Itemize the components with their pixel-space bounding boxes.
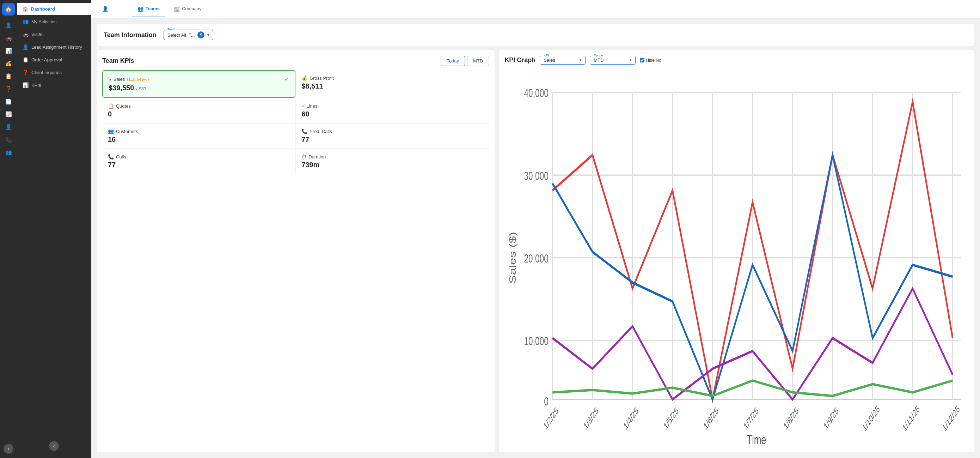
sidebar-item-kpis[interactable]: 📊 KPIs [17, 79, 91, 91]
kpi-cell-quotes: 📋 Quotes 0 [102, 98, 296, 123]
kpi-select-label: KPI [543, 54, 550, 57]
nav-icon-leads[interactable]: 👤 [3, 20, 14, 31]
team-select-text: Select All, T... [167, 32, 195, 38]
expand-sidebar-btn[interactable]: › [3, 444, 13, 454]
sidebar-item-lead-assignment[interactable]: 👤 Lead Assignment History [17, 41, 91, 53]
kpi-card-header: Team KPIs Today MTD [102, 56, 489, 66]
sales-sub: / $33 [136, 86, 146, 91]
sales-value: $39,550 [108, 84, 134, 92]
collapse-btn-wrapper: ‹ [17, 437, 91, 455]
kpi-graph-card: KPI Graph KPI Sales ▾ Range MTD ▾ [499, 50, 974, 452]
gross-profit-icon: 💰 [301, 75, 307, 81]
tab-company[interactable]: 🏢 Company [168, 1, 207, 17]
nav-icon-stats[interactable]: 📊 [3, 45, 14, 56]
kpi-cell-customers: 👥 Customers 16 [102, 123, 296, 148]
kpi-card: Team KPIs Today MTD $ Sales [97, 50, 495, 452]
mtd-button[interactable]: MTD [467, 56, 489, 66]
nav-icon-inquiries[interactable]: ❓ [3, 83, 14, 94]
range-chevron-down-icon: ▾ [630, 58, 632, 62]
person-tab-icon: 👤 [102, 6, 108, 12]
today-button[interactable]: Today [441, 56, 465, 66]
customers-label: Customers [116, 129, 138, 134]
nav-icon-user[interactable]: 👤 [3, 121, 14, 132]
sidebar-item-label: My Activities [31, 19, 57, 24]
prod-calls-icon: 📞 [301, 128, 307, 134]
svg-text:30,000: 30,000 [524, 169, 549, 182]
svg-text:1/7/25: 1/7/25 [742, 405, 760, 431]
tab-person[interactable]: 👤 ············ [97, 1, 129, 17]
nav-icon-money[interactable]: 💰 [3, 58, 14, 69]
quotes-value: 0 [108, 110, 290, 118]
order-icon: 📋 [22, 57, 29, 62]
hide-no-checkbox[interactable] [640, 58, 644, 62]
tab-teams[interactable]: 👥 Teams [132, 1, 165, 17]
icon-sidebar: 🏠 👤 🚗 📊 💰 📋 ❓ 📄 📈 👤 📞 👥 › [0, 0, 17, 458]
dashboard-nav-item[interactable]: 🏠 Dashboard [17, 3, 91, 15]
kpi-buttons: Today MTD [441, 56, 489, 66]
kpi-cell-prod-calls: 📞 Prod. Calls 77 [296, 123, 489, 148]
quotes-label: Quotes [116, 104, 131, 109]
range-select[interactable]: Range MTD ▾ [590, 56, 636, 65]
chevron-down-icon: ▾ [207, 32, 209, 37]
sidebar-item-client-inquiries[interactable]: ❓ Client Inquiries [17, 66, 91, 79]
cards-row: Team KPIs Today MTD $ Sales [97, 50, 974, 452]
kpi-select[interactable]: KPI Sales ▾ [540, 56, 585, 65]
sales-percent: (118,649%) [127, 77, 149, 82]
prod-calls-value: 77 [301, 136, 483, 144]
sidebar-item-label: Client Inquiries [31, 70, 62, 75]
sales-icon: $ [108, 77, 111, 82]
nav-icon-orders[interactable]: 📋 [3, 70, 14, 82]
teams-tab-label: Teams [146, 6, 160, 11]
kpi-select-text: Sales [544, 57, 578, 63]
gross-profit-value: $8,511 [301, 82, 483, 90]
calls-icon: 📞 [108, 154, 114, 160]
svg-text:1/12/25: 1/12/25 [941, 403, 961, 433]
kpi-cell-duration: ⏱ Duration 739m [296, 149, 489, 174]
home-icon: 🏠 [22, 6, 28, 12]
svg-text:1/9/25: 1/9/25 [822, 405, 840, 431]
top-tabs: 👤 ············ 👥 Teams 🏢 Company [91, 0, 980, 18]
svg-text:Sales ($): Sales ($) [508, 232, 518, 284]
svg-text:1/5/25: 1/5/25 [662, 405, 680, 431]
prod-calls-label: Prod. Calls [310, 129, 332, 134]
kpi-cell-gross-profit: 💰 Gross Profit $8,511 [296, 70, 489, 98]
kpi-cell-calls: 📞 Calls 77 [102, 149, 296, 174]
sidebar-item-label: Order Approval [31, 57, 62, 62]
nav-icon-kpis[interactable]: 📈 [3, 109, 14, 120]
svg-text:Time: Time [747, 433, 766, 447]
svg-text:10,000: 10,000 [524, 335, 549, 348]
teams-tab-icon: 👥 [137, 6, 143, 12]
hide-no-wrapper: Hide No [640, 58, 661, 63]
calls-label: Calls [116, 154, 126, 160]
graph-title: KPI Graph [504, 56, 536, 64]
quotes-icon: 📋 [108, 103, 114, 109]
svg-text:0: 0 [544, 394, 549, 407]
sidebar-item-label: KPIs [31, 83, 41, 88]
collapse-nav-button[interactable]: ‹ [49, 441, 59, 451]
gross-profit-label: Gross Profit [310, 75, 334, 81]
kpi-cell-lines: ≡ Lines 60 [296, 98, 489, 123]
svg-text:1/3/25: 1/3/25 [582, 405, 600, 431]
duration-value: 739m [301, 161, 483, 169]
lines-label: Lines [306, 104, 317, 109]
left-nav: 🏠 Dashboard 👥 My Activities 🚗 Visits 👤 L… [17, 0, 91, 458]
visits-icon: 🚗 [22, 31, 29, 37]
inquiries-icon: ❓ [22, 70, 29, 75]
svg-text:1/6/25: 1/6/25 [702, 405, 720, 431]
svg-text:20,000: 20,000 [524, 252, 549, 265]
nav-icon-visits[interactable]: 🚗 [3, 32, 14, 44]
sidebar-item-visits[interactable]: 🚗 Visits [17, 28, 91, 41]
person-tab-dots: ············ [110, 7, 123, 11]
team-info-header: Team Information Team Select All, T... 5… [97, 24, 974, 46]
lines-icon: ≡ [301, 103, 304, 109]
nav-icon-teams[interactable]: 👥 [3, 147, 14, 158]
home-icon-btn[interactable]: 🏠 [2, 3, 15, 16]
svg-text:1/11/25: 1/11/25 [901, 403, 921, 433]
sidebar-item-order-approval[interactable]: 📋 Order Approval [17, 53, 91, 66]
sidebar-item-my-activities[interactable]: 👥 My Activities [17, 15, 91, 28]
nav-icon-phone[interactable]: 📞 [3, 134, 14, 145]
nav-icon-docs[interactable]: 📄 [3, 96, 14, 107]
team-badge: 5 [197, 31, 204, 38]
team-select[interactable]: Team Select All, T... 5 ▾ [164, 30, 214, 40]
my-activities-icon: 👥 [22, 19, 29, 24]
